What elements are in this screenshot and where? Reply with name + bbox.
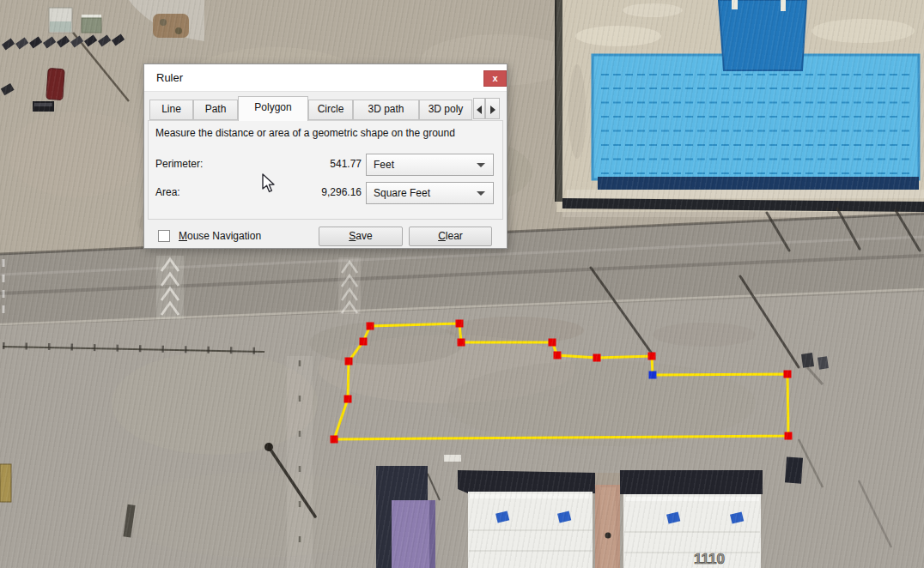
tab-polygon[interactable]: Polygon (238, 96, 308, 121)
map-viewport: 1110 Ruler x Line Path Polygon Circle 3D… (0, 0, 924, 568)
tab-3d-poly[interactable]: 3D poly (419, 100, 472, 120)
building-roof-edge (458, 470, 595, 493)
polygon-vertex[interactable] (593, 354, 601, 362)
chevron-left-icon (477, 106, 482, 114)
tab-scroll-right-button[interactable] (485, 98, 500, 119)
polygon-vertex[interactable] (784, 371, 792, 378)
diving-pool (719, 0, 806, 70)
dialog-title: Ruler (156, 71, 183, 84)
close-button[interactable]: x (483, 70, 507, 87)
perimeter-unit-value: Feet (374, 159, 394, 171)
polygon-tab-page: Measure the distance or area of a geomet… (148, 120, 503, 220)
chevron-down-icon (477, 163, 485, 167)
polygon-vertex[interactable] (456, 320, 464, 328)
polygon-vertex[interactable] (367, 323, 374, 330)
tab-description: Measure the distance or area of a geomet… (155, 127, 455, 139)
polygon-vertex[interactable] (360, 338, 368, 346)
tab-circle[interactable]: Circle (308, 100, 353, 120)
tab-scroll-left-button[interactable] (473, 98, 485, 119)
area-unit-select[interactable]: Square Feet (366, 182, 494, 204)
chevron-down-icon (477, 191, 485, 196)
mouse-cursor (262, 173, 277, 194)
pool-complex (555, 0, 924, 217)
area-label: Area: (155, 186, 180, 198)
ruler-dialog: Ruler x Line Path Polygon Circle 3D path… (143, 63, 508, 249)
polygon-vertex[interactable] (648, 353, 656, 360)
tab-path[interactable]: Path (193, 100, 238, 120)
polygon-vertex[interactable] (344, 396, 352, 403)
purple-roof (392, 500, 435, 568)
mouse-navigation-label: Mouse Navigation (179, 230, 261, 242)
tab-line[interactable]: Line (149, 100, 193, 120)
polygon-vertex[interactable] (785, 432, 793, 440)
perimeter-unit-select[interactable]: Feet (366, 154, 494, 176)
polygon-vertex[interactable] (458, 339, 465, 347)
area-unit-value: Square Feet (374, 187, 430, 199)
polygon-vertex[interactable] (331, 436, 338, 444)
save-button[interactable]: Save (319, 227, 403, 246)
mouse-navigation-checkbox[interactable] (158, 230, 170, 242)
building-roof-right (623, 494, 761, 568)
clear-button[interactable]: Clear (409, 227, 492, 246)
polygon-active-vertex[interactable] (649, 372, 657, 379)
perimeter-label: Perimeter: (155, 158, 203, 170)
tab-3d-path[interactable]: 3D path (353, 100, 419, 120)
dialog-titlebar[interactable]: Ruler x (144, 64, 507, 92)
building-number-label: 1110 (694, 551, 725, 567)
close-icon: x (492, 73, 497, 83)
polygon-vertex[interactable] (345, 358, 353, 366)
polygon-vertex[interactable] (549, 339, 556, 347)
chevron-right-icon (490, 106, 495, 114)
perimeter-value: 541.77 (258, 158, 362, 170)
polygon-vertex[interactable] (554, 352, 562, 360)
dumpster (785, 456, 803, 483)
